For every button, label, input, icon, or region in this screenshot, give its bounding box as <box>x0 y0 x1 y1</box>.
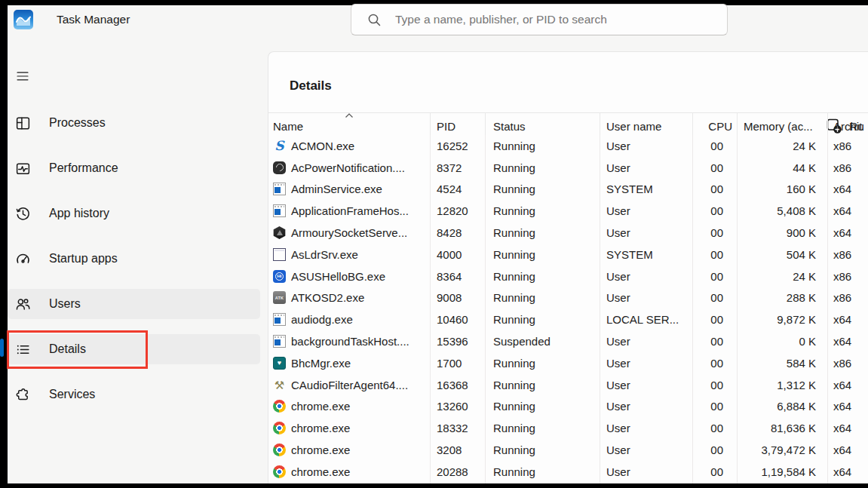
cell-user-name: User <box>600 287 693 309</box>
table-row[interactable]: chrome.exe 18332 Running User 00 81,636 … <box>268 417 868 439</box>
column-header-user[interactable]: User name <box>600 113 693 135</box>
sidebar-item-label: Services <box>49 388 95 401</box>
table-row[interactable]: AsLdrSrv.exe 4000 Running SYSTEM 00 504 … <box>268 244 868 265</box>
table-row[interactable]: ArmourySocketServe... 8428 Running User … <box>268 222 868 244</box>
cell-name: chrome.exe <box>268 417 431 439</box>
sidebar-item-label: App history <box>49 207 109 220</box>
sidebar-item-label: Startup apps <box>49 252 118 265</box>
chrome-icon <box>273 465 286 478</box>
cell-user-name: User <box>600 439 693 461</box>
cell-status: Running <box>486 157 600 179</box>
table-row[interactable]: AcPowerNotification.... 8372 Running Use… <box>268 157 868 179</box>
sidebar-item-app-history[interactable]: App history <box>8 198 260 229</box>
cell-architecture: x64 <box>828 222 868 244</box>
cell-status: Running <box>486 374 600 396</box>
acmon-icon <box>273 140 286 152</box>
cell-status: Running <box>486 308 600 330</box>
sidebar-item-startup-apps[interactable]: Startup apps <box>8 244 260 274</box>
cell-memory: 81,636 K <box>738 417 828 439</box>
search-input[interactable] <box>382 13 727 26</box>
cell-name: ASUSHelloBG.exe <box>268 265 431 287</box>
selected-item-accent-indicator <box>0 339 4 357</box>
cell-memory: 584 K <box>738 352 828 374</box>
cell-pid: 3208 <box>431 439 486 461</box>
column-header-label: Memory (ac... <box>744 120 813 133</box>
cell-status: Running <box>486 200 600 222</box>
column-header-memory[interactable]: Memory (ac... <box>738 113 828 135</box>
chrome-icon <box>273 400 286 413</box>
cell-status: Running <box>486 396 600 418</box>
cell-status: Running <box>486 417 600 439</box>
column-header-label: Archit <box>833 120 862 133</box>
table-row[interactable]: chrome.exe 20288 Running User 00 1,19,58… <box>268 461 868 483</box>
cell-memory: 1,19,584 K <box>738 461 828 483</box>
cell-cpu: 00 <box>693 135 738 157</box>
cell-architecture: x86 <box>828 265 868 287</box>
table-row[interactable]: AdminService.exe 4524 Running SYSTEM 00 … <box>268 179 868 201</box>
sidebar-item-details[interactable]: Details <box>8 334 260 364</box>
cell-cpu: 00 <box>693 222 738 244</box>
table-row[interactable]: ApplicationFrameHos... 12820 Running Use… <box>268 200 868 222</box>
app-history-icon <box>14 205 31 222</box>
cell-pid: 4000 <box>431 244 486 265</box>
cell-status: Running <box>486 439 600 461</box>
cell-user-name: User <box>600 461 693 483</box>
cell-architecture: x86 <box>828 157 868 179</box>
table-row[interactable]: backgroundTaskHost.... 15396 Suspended U… <box>268 330 868 352</box>
atk-icon <box>273 291 286 304</box>
table-row[interactable]: ATKOSD2.exe 9008 Running User 00 288 K x… <box>268 287 868 309</box>
cell-user-name: User <box>600 396 693 418</box>
cell-status: Running <box>486 461 600 483</box>
column-header-label: User name <box>606 120 661 133</box>
table-row[interactable]: CAudioFilterAgent64.... 16368 Running Us… <box>268 374 868 396</box>
sidebar-item-processes[interactable]: Processes <box>8 108 260 138</box>
details-icon <box>14 341 31 358</box>
cell-pid: 4524 <box>431 179 486 201</box>
cell-architecture: x86 <box>828 135 868 157</box>
cell-pid: 13260 <box>431 396 486 418</box>
cell-user-name: User <box>600 330 693 352</box>
table-row[interactable]: ASUSHelloBG.exe 8364 Running User 00 24 … <box>268 265 868 287</box>
cell-pid: 9008 <box>431 287 486 309</box>
column-header-arch[interactable]: Archit <box>828 113 868 135</box>
window-blue-icon <box>273 204 286 217</box>
window-blue-icon <box>273 313 286 326</box>
cell-status: Suspended <box>486 330 600 352</box>
table-row[interactable]: audiodg.exe 10460 Running LOCAL SER... 0… <box>268 308 868 330</box>
sidebar-item-services[interactable]: Services <box>8 379 260 410</box>
table-row[interactable]: ACMON.exe 16252 Running User 00 24 K x86 <box>268 135 868 157</box>
cell-memory: 9,872 K <box>738 308 828 330</box>
cell-name: AsLdrSrv.exe <box>268 244 431 265</box>
column-header-label: Status <box>493 120 526 133</box>
column-header-label: Name <box>273 120 303 133</box>
search-box[interactable] <box>351 4 728 35</box>
sidebar-item-label: Performance <box>49 161 118 175</box>
cell-architecture: x64 <box>828 439 868 461</box>
table-row[interactable]: BhcMgr.exe 1700 Running User 00 584 K x8… <box>268 352 868 374</box>
sidebar-item-performance[interactable]: Performance <box>8 153 260 183</box>
search-icon <box>367 13 382 27</box>
cell-status: Running <box>486 135 600 157</box>
cell-architecture: x86 <box>828 287 868 309</box>
cell-architecture: x64 <box>828 179 868 201</box>
cell-memory: 6,884 K <box>738 396 828 418</box>
cell-status: Running <box>486 265 600 287</box>
sidebar-item-users[interactable]: Users <box>8 289 260 319</box>
cell-pid: 15396 <box>431 330 486 352</box>
cell-name: chrome.exe <box>268 461 431 483</box>
cell-cpu: 00 <box>693 157 738 179</box>
cell-architecture: x64 <box>828 417 868 439</box>
table-row[interactable]: chrome.exe 13260 Running User 00 6,884 K… <box>268 396 868 418</box>
column-header-cpu[interactable]: CPU <box>693 113 738 135</box>
cell-user-name: SYSTEM <box>600 244 693 265</box>
processes-icon <box>14 115 31 131</box>
column-header-status[interactable]: Status <box>486 113 600 135</box>
services-icon <box>14 386 31 403</box>
cell-name: chrome.exe <box>268 396 431 418</box>
column-header-name[interactable]: Name <box>268 113 431 135</box>
hamburger-menu-button[interactable] <box>12 66 33 86</box>
sidebar-item-label: Details <box>49 342 86 356</box>
column-header-pid[interactable]: PID <box>431 113 486 135</box>
cell-name: audiodg.exe <box>268 308 431 330</box>
table-row[interactable]: chrome.exe 3208 Running User 00 3,79,472… <box>268 439 868 461</box>
